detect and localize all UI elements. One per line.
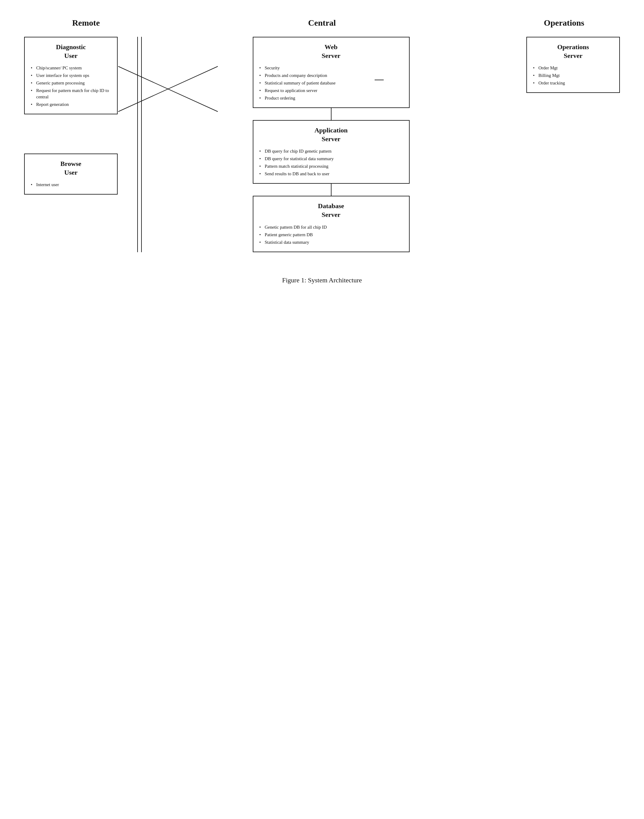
browse-user-title: BrowseUser bbox=[31, 160, 111, 177]
list-item: Genetic pattern DB for all chip ID bbox=[259, 224, 403, 231]
list-item: DB query for statistical data summary bbox=[259, 155, 403, 163]
list-item: User interface for system ops bbox=[31, 72, 111, 79]
web-server-box: WebServer Security Products and company … bbox=[253, 37, 409, 108]
list-item: Send results to DB and back to user bbox=[259, 170, 403, 178]
connector-web-app bbox=[331, 108, 331, 120]
list-item: Report generation bbox=[31, 101, 111, 108]
application-server-box: ApplicationServer DB query for chip ID g… bbox=[253, 120, 409, 184]
figure-caption: Figure 1: System Architecture bbox=[24, 276, 620, 284]
list-item: Billing Mgt bbox=[533, 72, 613, 79]
list-item: Statistical summary of patient database bbox=[259, 79, 403, 87]
application-server-list: DB query for chip ID genetic pattern DB … bbox=[259, 147, 403, 178]
database-server-list: Genetic pattern DB for all chip ID Patie… bbox=[259, 224, 403, 246]
list-item: Patient generic pattern DB bbox=[259, 231, 403, 239]
list-item: Security bbox=[259, 64, 403, 72]
web-server-title: WebServer bbox=[259, 43, 403, 60]
list-item: Products and company description bbox=[259, 72, 403, 79]
list-item: Chip/scanner/ PC system bbox=[31, 64, 111, 72]
list-item: Request for pattern match for chip ID to… bbox=[31, 87, 111, 101]
list-item: Order Mgt bbox=[533, 64, 613, 72]
connector-app-db bbox=[331, 184, 331, 196]
database-server-box: DatabaseServer Genetic pattern DB for al… bbox=[253, 196, 409, 252]
list-item: Request to application server bbox=[259, 87, 403, 94]
list-item: Generic pattern processing bbox=[31, 79, 111, 87]
diagnostic-user-list: Chip/scanner/ PC system User interface f… bbox=[31, 64, 111, 108]
browse-user-box: BrowseUser Internet user bbox=[24, 153, 118, 195]
operations-server-title: OperationsServer bbox=[533, 43, 613, 60]
list-item: DB query for chip ID genetic pattern bbox=[259, 147, 403, 155]
database-server-title: DatabaseServer bbox=[259, 202, 403, 219]
operations-header: Operations bbox=[508, 18, 620, 28]
operations-server-box: OperationsServer Order Mgt Billing Mgt O… bbox=[526, 37, 620, 93]
operations-server-list: Order Mgt Billing Mgt Order tracking bbox=[533, 64, 613, 87]
central-header: Central bbox=[136, 18, 508, 28]
list-item: Product ordering bbox=[259, 94, 403, 102]
application-server-title: ApplicationServer bbox=[259, 126, 403, 143]
diagnostic-user-title: DiagnosticUser bbox=[31, 43, 111, 60]
web-server-list: Security Products and company descriptio… bbox=[259, 64, 403, 102]
list-item: Internet user bbox=[31, 181, 111, 189]
list-item: Statistical data summary bbox=[259, 239, 403, 246]
list-item: Order tracking bbox=[533, 79, 613, 87]
diagnostic-user-box: DiagnosticUser Chip/scanner/ PC system U… bbox=[24, 37, 118, 114]
remote-header: Remote bbox=[24, 18, 136, 28]
list-item: Pattern match statistical processing bbox=[259, 163, 403, 170]
browse-user-list: Internet user bbox=[31, 181, 111, 189]
